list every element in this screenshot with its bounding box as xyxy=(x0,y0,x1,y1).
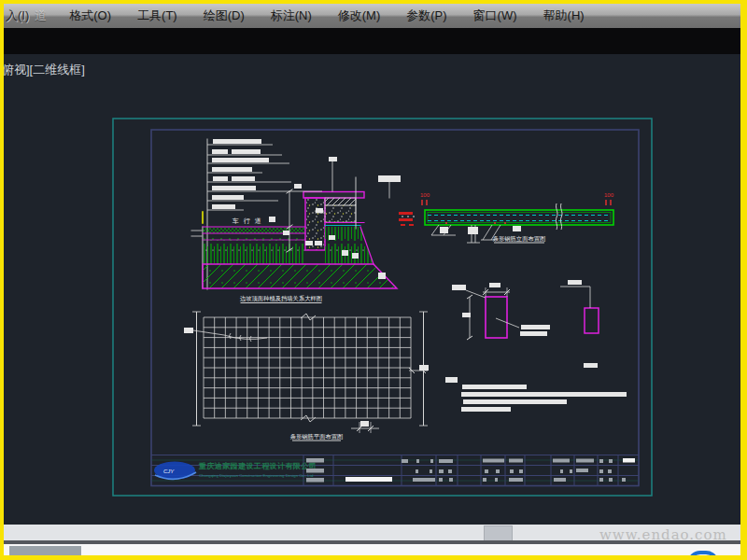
viewport-view-label[interactable]: 俯视][二维线框] xyxy=(2,62,85,78)
menu-item-6[interactable]: 窗口(W) xyxy=(460,7,530,24)
command-line-chip xyxy=(9,546,81,555)
capture-border-left xyxy=(0,0,4,560)
menu-item-5[interactable]: 参数(P) xyxy=(393,7,459,24)
menu-item-7[interactable]: 帮助(H) xyxy=(530,7,598,24)
menu-item-4[interactable]: 修改(M) xyxy=(325,7,394,24)
model-space-canvas[interactable] xyxy=(4,54,740,525)
menu-item-1[interactable]: 工具(T) xyxy=(124,7,190,24)
menu-ghost-artifact: 道 xyxy=(33,7,56,24)
application-window: 入(I) 道 格式(O)工具(T)绘图(D)标注(N)修改(M)参数(P)窗口(… xyxy=(0,0,747,560)
menu-item-insert-partial[interactable]: 入(I) xyxy=(4,7,33,24)
menu-item-3[interactable]: 标注(N) xyxy=(258,7,325,24)
scrollbar-thumb[interactable] xyxy=(484,525,513,541)
menu-items: 格式(O)工具(T)绘图(D)标注(N)修改(M)参数(P)窗口(W)帮助(H) xyxy=(56,7,597,24)
capture-border-top xyxy=(0,0,747,4)
capture-border-right xyxy=(740,0,747,560)
menu-item-2[interactable]: 绘图(D) xyxy=(190,7,258,24)
watermark-text: www.endao.com xyxy=(599,526,727,543)
menu-item-0[interactable]: 格式(O) xyxy=(56,7,124,24)
command-line-area[interactable] xyxy=(4,544,740,555)
menu-bar: 入(I) 道 格式(O)工具(T)绘图(D)标注(N)修改(M)参数(P)窗口(… xyxy=(4,4,740,28)
capture-border-bottom xyxy=(0,555,747,560)
toolbar-area xyxy=(4,28,740,54)
